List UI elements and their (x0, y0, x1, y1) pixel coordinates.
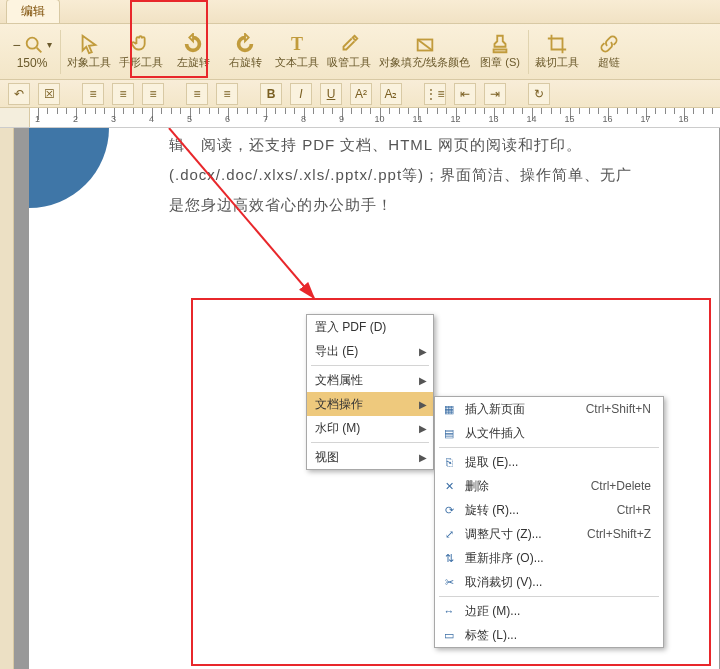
submenu-item[interactable]: ↔边距 (M)... (435, 599, 663, 623)
outdent-button[interactable]: ⇤ (454, 83, 476, 105)
format-toolbar: ↶ ☒ ≡ ≡ ≡ ≡ ≡ B I U A² A₂ ⋮≡ ⇤ ⇥ ↻ (0, 80, 720, 108)
stamp-button[interactable]: 图章 (S) (474, 26, 526, 78)
menu-item-icon: ✕ (441, 478, 457, 494)
svg-point-0 (26, 37, 37, 48)
hand-icon (130, 33, 152, 55)
menu-item-icon: ↔ (441, 603, 457, 619)
ruler-row: 123456789101112131415161718 (0, 108, 720, 128)
submenu-item[interactable]: ▭标签 (L)... (435, 623, 663, 647)
menu-item-icon: ▭ (441, 627, 457, 643)
text-tool-button[interactable]: T 文本工具 (271, 26, 323, 78)
align-left-button[interactable]: ≡ (82, 83, 104, 105)
subscript-button[interactable]: A₂ (380, 83, 402, 105)
separator (528, 30, 529, 74)
crop-icon (546, 33, 568, 55)
document-text: 辑、阅读，还支持 PDF 文档、HTML 网页的阅读和打印。 (.docx/.d… (169, 130, 709, 220)
tab-edit[interactable]: 编辑 (6, 0, 60, 23)
doc-line: (.docx/.doc/.xlxs/.xls/.pptx/.ppt等)；界面简洁… (169, 160, 709, 190)
pointer-icon (78, 33, 100, 55)
horizontal-ruler: 123456789101112131415161718 (30, 108, 720, 127)
fill-icon (414, 34, 436, 56)
menu-item[interactable]: 文档操作▶ (307, 392, 433, 416)
align-right-button[interactable]: ≡ (142, 83, 164, 105)
vertical-ruler (0, 128, 14, 669)
indent-button[interactable]: ⇥ (484, 83, 506, 105)
undo-button[interactable]: ↶ (8, 83, 30, 105)
eyedropper-icon (338, 33, 360, 55)
align-center-button[interactable]: ≡ (112, 83, 134, 105)
menu-item[interactable]: 水印 (M)▶ (307, 416, 433, 440)
italic-button[interactable]: I (290, 83, 312, 105)
clear-button[interactable]: ☒ (38, 83, 60, 105)
underline-button[interactable]: U (320, 83, 342, 105)
hand-tool-button[interactable]: 手形工具 (115, 26, 167, 78)
ruler-corner (0, 108, 30, 127)
submenu-item[interactable]: ▤从文件插入 (435, 421, 663, 445)
submenu-item[interactable]: ⟳旋转 (R)...Ctrl+R (435, 498, 663, 522)
menu-item-icon: ⎘ (441, 454, 457, 470)
hyperlink-button[interactable]: 超链 (583, 26, 635, 78)
submenu-item[interactable]: ⎘提取 (E)... (435, 450, 663, 474)
crop-button[interactable]: 裁切工具 (531, 26, 583, 78)
submenu-item[interactable]: ▦插入新页面Ctrl+Shift+N (435, 397, 663, 421)
menu-item-icon: ⟳ (441, 502, 457, 518)
rotate-left-button[interactable]: 左旋转 (167, 26, 219, 78)
magnifier-icon (23, 34, 45, 56)
tab-bar: 编辑 (0, 0, 720, 24)
eyedropper-button[interactable]: 吸管工具 (323, 26, 375, 78)
zoom-percent: 150% (17, 56, 48, 70)
align-left2-button[interactable]: ≡ (186, 83, 208, 105)
page-viewport[interactable]: 辑、阅读，还支持 PDF 文档、HTML 网页的阅读和打印。 (.docx/.d… (14, 128, 720, 669)
rotate-right-icon (234, 33, 256, 55)
blue-corner-shape (29, 128, 109, 208)
context-menu[interactable]: 置入 PDF (D)导出 (E)▶文档属性▶文档操作▶水印 (M)▶视图▶ (306, 314, 434, 470)
rotate-right-button[interactable]: 右旋转 (219, 26, 271, 78)
menu-item[interactable]: 视图▶ (307, 445, 433, 469)
rotate-left-icon (182, 33, 204, 55)
menu-item-icon: ⇅ (441, 550, 457, 566)
menu-item-icon: ▤ (441, 425, 457, 441)
redo-button[interactable]: ↻ (528, 83, 550, 105)
zoom-control[interactable]: − ▾ 150% (6, 26, 58, 78)
menu-item-icon: ⤢ (441, 526, 457, 542)
link-icon (598, 33, 620, 55)
menu-item[interactable]: 导出 (E)▶ (307, 339, 433, 363)
menu-item[interactable]: 文档属性▶ (307, 368, 433, 392)
context-submenu[interactable]: ▦插入新页面Ctrl+Shift+N▤从文件插入⎘提取 (E)...✕删除Ctr… (434, 396, 664, 648)
bold-button[interactable]: B (260, 83, 282, 105)
fill-stroke-button[interactable]: 对象填充/线条颜色 (375, 26, 474, 78)
menu-item-icon: ✂ (441, 574, 457, 590)
doc-line: 辑、阅读，还支持 PDF 文档、HTML 网页的阅读和打印。 (169, 130, 709, 160)
object-tool-button[interactable]: 对象工具 (63, 26, 115, 78)
align-just-button[interactable]: ≡ (216, 83, 238, 105)
list-button[interactable]: ⋮≡ (424, 83, 446, 105)
submenu-item[interactable]: ⤢调整尺寸 (Z)...Ctrl+Shift+Z (435, 522, 663, 546)
submenu-item[interactable]: ✕删除Ctrl+Delete (435, 474, 663, 498)
separator (60, 30, 61, 74)
svg-line-1 (36, 47, 41, 52)
submenu-item[interactable]: ⇅重新排序 (O)... (435, 546, 663, 570)
menu-item[interactable]: 置入 PDF (D) (307, 315, 433, 339)
submenu-item[interactable]: ✂取消裁切 (V)... (435, 570, 663, 594)
work-area: 辑、阅读，还支持 PDF 文档、HTML 网页的阅读和打印。 (.docx/.d… (0, 128, 720, 669)
menu-item-icon: ▦ (441, 401, 457, 417)
superscript-button[interactable]: A² (350, 83, 372, 105)
ribbon-toolbar: − ▾ 150% 对象工具 手形工具 左旋转 右旋转 T 文本工具 吸管工具 对… (0, 24, 720, 80)
stamp-icon (489, 33, 511, 55)
text-icon: T (286, 33, 308, 55)
doc-line: 是您身边高效省心的办公助手！ (169, 190, 709, 220)
